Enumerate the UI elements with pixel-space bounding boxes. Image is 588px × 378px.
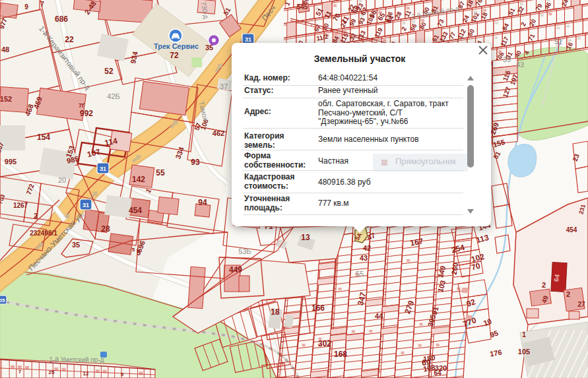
svg-text:454: 454 bbox=[129, 206, 142, 215]
svg-text:18: 18 bbox=[271, 307, 280, 317]
svg-text:43: 43 bbox=[360, 254, 368, 262]
svg-text:39: 39 bbox=[503, 55, 511, 63]
svg-text:55: 55 bbox=[356, 270, 364, 278]
svg-text:55: 55 bbox=[156, 168, 165, 177]
svg-text:53Б: 53Б bbox=[238, 247, 251, 255]
svg-text:72: 72 bbox=[170, 51, 179, 60]
svg-text:35: 35 bbox=[72, 241, 80, 249]
svg-text:686: 686 bbox=[55, 15, 68, 24]
svg-text:302: 302 bbox=[318, 339, 331, 348]
svg-text:168: 168 bbox=[334, 350, 347, 359]
svg-text:31: 31 bbox=[100, 166, 106, 172]
svg-text:35: 35 bbox=[205, 44, 213, 51]
svg-text:105: 105 bbox=[518, 348, 530, 356]
svg-text:462: 462 bbox=[212, 129, 224, 137]
svg-text:152: 152 bbox=[0, 95, 12, 103]
svg-text:9: 9 bbox=[121, 371, 124, 377]
svg-text:52: 52 bbox=[104, 67, 114, 76]
svg-text:27: 27 bbox=[577, 301, 585, 308]
svg-text:48: 48 bbox=[1, 46, 9, 53]
svg-text:05: 05 bbox=[0, 298, 5, 303]
svg-text:454: 454 bbox=[566, 226, 577, 234]
svg-text:1: 1 bbox=[522, 331, 526, 338]
svg-text:5: 5 bbox=[137, 249, 141, 257]
svg-text:995: 995 bbox=[5, 158, 16, 166]
svg-text:5: 5 bbox=[132, 247, 135, 253]
svg-text:992: 992 bbox=[80, 109, 93, 118]
svg-text:2: 2 bbox=[542, 281, 546, 289]
svg-text:142: 142 bbox=[132, 175, 145, 184]
svg-text:1-й Уметский пр-д: 1-й Уметский пр-д bbox=[49, 356, 104, 363]
svg-text:20: 20 bbox=[58, 176, 66, 184]
svg-text:51: 51 bbox=[554, 38, 562, 46]
svg-text:154: 154 bbox=[37, 133, 50, 142]
svg-text:449: 449 bbox=[229, 265, 242, 274]
svg-text:Трек Сервис: Трек Сервис bbox=[154, 42, 199, 50]
svg-text:42Б: 42Б bbox=[107, 92, 119, 100]
svg-text:7Г: 7Г bbox=[79, 102, 85, 109]
svg-text:7: 7 bbox=[40, 1, 44, 8]
svg-text:9: 9 bbox=[24, 3, 28, 11]
svg-text:44: 44 bbox=[375, 312, 383, 320]
svg-text:232498/1: 232498/1 bbox=[30, 230, 57, 237]
svg-text:2: 2 bbox=[34, 212, 38, 220]
svg-text:13: 13 bbox=[301, 233, 310, 242]
svg-text:31: 31 bbox=[82, 202, 89, 208]
svg-text:42: 42 bbox=[363, 244, 371, 252]
svg-text:64: 64 bbox=[434, 369, 441, 377]
svg-text:2: 2 bbox=[566, 290, 570, 298]
svg-text:28: 28 bbox=[101, 224, 110, 234]
svg-text:31: 31 bbox=[245, 36, 251, 43]
svg-text:1267: 1267 bbox=[13, 202, 28, 209]
svg-text:22: 22 bbox=[65, 35, 74, 44]
svg-text:93: 93 bbox=[191, 158, 200, 167]
svg-text:37: 37 bbox=[220, 82, 228, 90]
svg-text:166: 166 bbox=[311, 303, 325, 313]
svg-text:545: 545 bbox=[297, 3, 308, 11]
svg-text:94: 94 bbox=[198, 198, 207, 207]
svg-text:43: 43 bbox=[516, 61, 524, 69]
svg-text:7: 7 bbox=[18, 369, 22, 375]
svg-text:12: 12 bbox=[83, 371, 89, 377]
svg-text:25: 25 bbox=[49, 369, 55, 375]
